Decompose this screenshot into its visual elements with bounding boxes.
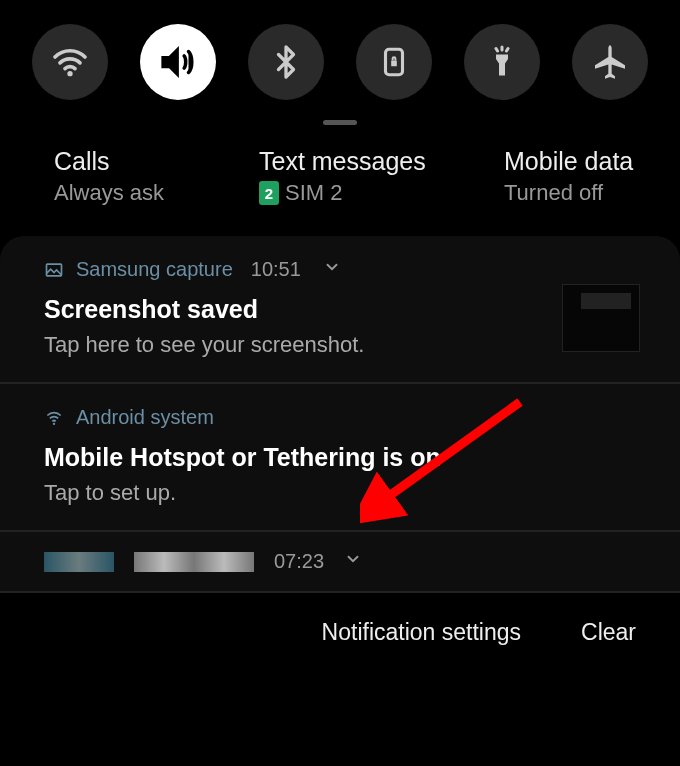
data-sub: Turned off [504,180,633,206]
notif-title: Screenshot saved [44,295,636,324]
rotation-tile[interactable] [356,24,432,100]
notif-title: Mobile Hotspot or Tethering is on [44,443,636,472]
airplane-tile[interactable] [572,24,648,100]
notif-time: 10:51 [251,258,301,281]
text-sub: 2 SIM 2 [259,180,484,206]
data-title: Mobile data [504,147,633,176]
svg-point-0 [67,71,72,76]
chevron-down-icon[interactable] [323,258,341,281]
drag-handle[interactable] [323,120,357,125]
svg-rect-2 [391,61,397,67]
wifi-icon [50,42,90,82]
notif-header: Samsung capture 10:51 [44,258,636,281]
screenshot-thumbnail[interactable] [562,284,640,352]
notification-samsung-capture[interactable]: Samsung capture 10:51 Screenshot saved T… [0,236,680,384]
clear-button[interactable]: Clear [581,619,636,646]
airplane-icon [590,42,630,82]
portrait-lock-icon [377,45,411,79]
text-summary[interactable]: Text messages 2 SIM 2 [259,147,484,206]
notification-android-system[interactable]: Android system Mobile Hotspot or Tetheri… [0,384,680,532]
notif-app-label: Samsung capture [76,258,233,281]
text-sub-label: SIM 2 [285,180,342,206]
notif-body: Tap here to see your screenshot. [44,332,636,358]
calls-sub: Always ask [54,180,239,206]
redacted-app-label [134,552,254,572]
bluetooth-tile[interactable] [248,24,324,100]
speaker-icon [157,41,199,83]
calls-title: Calls [54,147,239,176]
summary-row: Calls Always ask Text messages 2 SIM 2 M… [0,147,680,236]
chevron-down-icon[interactable] [344,550,362,573]
wifi-small-icon [44,408,64,428]
flashlight-tile[interactable] [464,24,540,100]
notification-collapsed[interactable]: 07:23 [0,532,680,593]
notif-header: Android system [44,406,636,429]
wifi-tile[interactable] [32,24,108,100]
notif-body: Tap to set up. [44,480,636,506]
sim-badge: 2 [259,181,279,205]
calls-summary[interactable]: Calls Always ask [54,147,239,206]
data-summary[interactable]: Mobile data Turned off [504,147,633,206]
bluetooth-icon [268,44,304,80]
flashlight-icon [484,44,520,80]
image-icon [44,260,64,280]
footer-row: Notification settings Clear [0,593,680,672]
notification-settings-button[interactable]: Notification settings [322,619,521,646]
notif-app-label: Android system [76,406,214,429]
notif-time: 07:23 [274,550,324,573]
text-title: Text messages [259,147,484,176]
redacted-icon [44,552,114,572]
svg-point-4 [53,422,55,424]
sound-tile[interactable] [140,24,216,100]
quick-settings-row [0,0,680,110]
